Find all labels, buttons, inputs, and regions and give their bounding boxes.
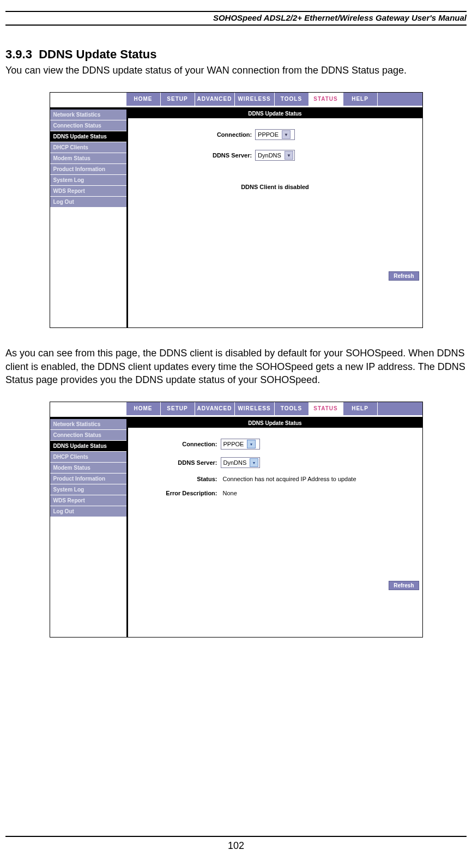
tab-help[interactable]: HELP: [343, 93, 378, 106]
status-value: Connection has not acquired IP Address t…: [221, 476, 417, 482]
paragraph-2: As you can see from this page, the DDNS …: [5, 347, 467, 386]
error-description-value: None: [221, 490, 417, 496]
ddns-disabled-message: DDNS Client is disabled: [134, 177, 417, 223]
sidebar-item-dhcp-clients[interactable]: DHCP Clients: [50, 142, 126, 153]
tab-status[interactable]: STATUS: [309, 93, 343, 106]
sidebar-item-log-out[interactable]: Log Out: [50, 197, 126, 208]
connection-select[interactable]: PPPOE ▾: [221, 439, 261, 450]
sidebar-item-ddns-update-status[interactable]: DDNS Update Status: [50, 441, 126, 452]
panel-title: DDNS Update Status: [128, 110, 422, 118]
chevron-down-icon: ▾: [247, 440, 256, 448]
connection-label: Connection:: [134, 441, 221, 447]
refresh-button[interactable]: Refresh: [389, 271, 419, 281]
tab-advanced[interactable]: ADVANCED: [195, 402, 235, 415]
panel-title: DDNS Update Status: [128, 419, 422, 428]
page-number: 102: [228, 840, 244, 851]
sidebar-item-product-information[interactable]: Product Information: [50, 164, 126, 175]
ddns-server-value: DynDNS: [258, 152, 285, 159]
chevron-down-icon: ▾: [250, 458, 258, 467]
screenshot-ddns-disabled: HOME SETUP ADVANCED WIRELESS TOOLS STATU…: [50, 92, 423, 328]
tab-advanced[interactable]: ADVANCED: [195, 93, 235, 106]
refresh-button[interactable]: Refresh: [389, 581, 419, 590]
tab-help[interactable]: HELP: [343, 402, 378, 415]
sidebar-item-modem-status[interactable]: Modem Status: [50, 463, 126, 474]
sidebar-item-system-log[interactable]: System Log: [50, 175, 126, 186]
tab-wireless[interactable]: WIRELESS: [235, 402, 275, 415]
tab-status[interactable]: STATUS: [309, 402, 343, 415]
sidebar-item-wds-report[interactable]: WDS Report: [50, 495, 126, 506]
ddns-server-label: DDNS Server:: [134, 459, 221, 466]
sidebar-item-connection-status[interactable]: Connection Status: [50, 430, 126, 441]
tab-wireless[interactable]: WIRELESS: [235, 93, 275, 106]
sidebar-item-network-statistics[interactable]: Network Statistics: [50, 110, 126, 120]
connection-label: Connection:: [134, 131, 256, 138]
sidebar-item-ddns-update-status[interactable]: DDNS Update Status: [50, 131, 126, 142]
intro-paragraph: You can view the DDNS update status of y…: [5, 64, 467, 77]
tab-setup[interactable]: SETUP: [161, 402, 195, 415]
ddns-server-label: DDNS Server:: [134, 152, 256, 159]
connection-value: PPPOE: [223, 441, 247, 447]
section-number: 3.9.3: [5, 47, 32, 61]
sidebar-item-system-log[interactable]: System Log: [50, 484, 126, 495]
tab-home[interactable]: HOME: [126, 93, 161, 106]
ddns-server-select[interactable]: DynDNS ▾: [221, 457, 261, 468]
sidebar-item-wds-report[interactable]: WDS Report: [50, 186, 126, 197]
ddns-server-select[interactable]: DynDNS ▼: [255, 150, 295, 161]
sidebar-item-network-statistics[interactable]: Network Statistics: [50, 419, 126, 430]
sidebar-item-dhcp-clients[interactable]: DHCP Clients: [50, 452, 126, 463]
manual-title: SOHOSpeed ADSL2/2+ Ethernet/Wireless Gat…: [5, 13, 467, 26]
sidebar-item-modem-status[interactable]: Modem Status: [50, 153, 126, 164]
section-heading: 3.9.3 DDNS Update Status: [5, 47, 467, 62]
tab-tools[interactable]: TOOLS: [275, 93, 309, 106]
chevron-down-icon: ▼: [282, 130, 291, 139]
screenshot-ddns-enabled: HOME SETUP ADVANCED WIRELESS TOOLS STATU…: [50, 402, 423, 638]
connection-select[interactable]: PPPOE ▼: [255, 129, 295, 140]
sidebar-item-connection-status[interactable]: Connection Status: [50, 120, 126, 131]
chevron-down-icon: ▼: [285, 151, 293, 160]
connection-value: PPPOE: [258, 131, 282, 138]
sidebar-item-product-information[interactable]: Product Information: [50, 474, 126, 484]
section-title: DDNS Update Status: [39, 47, 156, 61]
tab-home[interactable]: HOME: [126, 402, 161, 415]
error-description-label: Error Description:: [134, 490, 221, 496]
tab-tools[interactable]: TOOLS: [275, 402, 309, 415]
sidebar-item-log-out[interactable]: Log Out: [50, 506, 126, 517]
ddns-server-value: DynDNS: [223, 459, 250, 466]
status-label: Status:: [134, 476, 221, 482]
tab-setup[interactable]: SETUP: [161, 93, 195, 106]
